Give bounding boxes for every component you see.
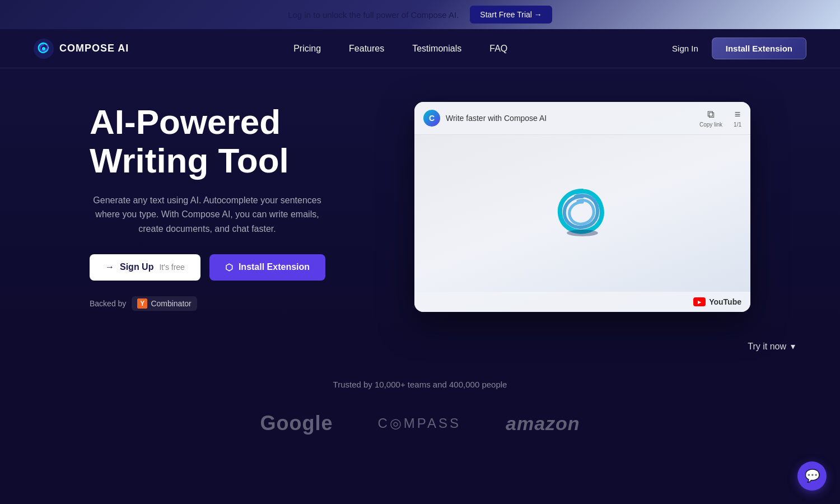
hero-title-line2: Writing Tool [90, 142, 381, 180]
y-logo: Y [137, 298, 147, 309]
svg-point-2 [567, 230, 598, 236]
hero-title: AI-Powered Writing Tool [90, 103, 381, 179]
hero-left: AI-Powered Writing Tool Generate any tex… [90, 103, 381, 310]
video-card: C Write faster with Compose AI ⧉ Copy li… [414, 102, 750, 312]
youtube-logo[interactable]: ▶ YouTube [693, 297, 741, 306]
nav-actions: Sign In Install Extension [672, 38, 806, 59]
compass-logo: C◎MPASS [377, 416, 461, 431]
install-label: Install Extension [239, 262, 310, 272]
hero-title-line1: AI-Powered [90, 103, 381, 141]
pagination-label: 1/1 [734, 122, 741, 128]
main-content: AI-Powered Writing Tool Generate any tex… [0, 68, 840, 334]
navbar: COMPOSE AI Pricing Features Testimonials… [0, 29, 840, 68]
signup-button[interactable]: → Sign Up It's free [90, 254, 200, 281]
brand-logos: Google C◎MPASS amazon [45, 412, 795, 435]
svg-point-1 [42, 47, 45, 50]
nav-testimonials[interactable]: Testimonials [412, 44, 461, 54]
hero-buttons: → Sign Up It's free ⬡ Install Extension [90, 254, 381, 281]
install-extension-button[interactable]: Install Extension [712, 38, 806, 59]
nav-links: Pricing Features Testimonials FAQ [293, 44, 507, 54]
signup-label: Sign Up [120, 262, 153, 272]
video-title-area: C Write faster with Compose AI [423, 110, 547, 127]
banner-cta-button[interactable]: Start Free Trial → [470, 6, 552, 24]
copy-link-area[interactable]: ⧉ Copy link [699, 109, 722, 128]
list-icon: ≡ [735, 109, 741, 120]
video-header-actions: ⧉ Copy link ≡ 1/1 [699, 109, 741, 128]
video-body[interactable] [414, 135, 750, 292]
copy-icon: ⧉ [707, 109, 715, 120]
pagination-area: ≡ 1/1 [734, 109, 741, 128]
nav-faq[interactable]: FAQ [489, 44, 507, 54]
ycombinator-text: Combinator [151, 299, 191, 308]
video-header: C Write faster with Compose AI ⧉ Copy li… [414, 102, 750, 135]
trusted-section: Trusted by 10,000+ teams and 400,000 peo… [0, 352, 840, 469]
install-icon: ⬡ [225, 262, 233, 273]
logo-text: COMPOSE AI [59, 43, 129, 54]
signup-free-label: It's free [159, 263, 184, 272]
chat-bubble[interactable]: 💬 [797, 461, 827, 491]
backed-by: Backed by Y Combinator [90, 296, 381, 311]
banner-text: Log in to unlock the full power of Compo… [288, 10, 459, 20]
top-banner: Log in to unlock the full power of Compo… [0, 0, 840, 29]
signup-icon: → [105, 262, 114, 272]
compose-logo-large [549, 180, 616, 247]
try-now-chevron: ▾ [791, 341, 795, 352]
nav-pricing[interactable]: Pricing [293, 44, 321, 54]
chat-icon: 💬 [805, 469, 820, 483]
compose-ai-logo-icon [34, 39, 54, 59]
video-footer: ▶ YouTube [414, 292, 750, 312]
backed-text: Backed by [90, 299, 126, 308]
google-logo: Google [260, 412, 333, 435]
copy-link-label: Copy link [699, 122, 722, 128]
hero-subtitle: Generate any text using AI. Autocomplete… [90, 193, 325, 236]
trusted-text: Trusted by 10,000+ teams and 400,000 peo… [45, 380, 795, 389]
video-logo-icon: C [423, 110, 440, 127]
amazon-logo: amazon [506, 413, 580, 435]
youtube-text: YouTube [709, 297, 741, 306]
nav-features[interactable]: Features [349, 44, 384, 54]
hero-right: C Write faster with Compose AI ⧉ Copy li… [414, 102, 750, 312]
try-now-label: Try it now [748, 342, 786, 352]
video-title: Write faster with Compose AI [446, 114, 547, 123]
try-now-button[interactable]: Try it now ▾ [748, 341, 795, 352]
youtube-icon: ▶ [693, 297, 706, 306]
ycombinator-badge: Y Combinator [132, 296, 197, 311]
try-now-section: Try it now ▾ [0, 334, 840, 352]
sign-in-button[interactable]: Sign In [672, 44, 698, 53]
install-button[interactable]: ⬡ Install Extension [209, 254, 325, 281]
logo[interactable]: COMPOSE AI [34, 39, 129, 59]
